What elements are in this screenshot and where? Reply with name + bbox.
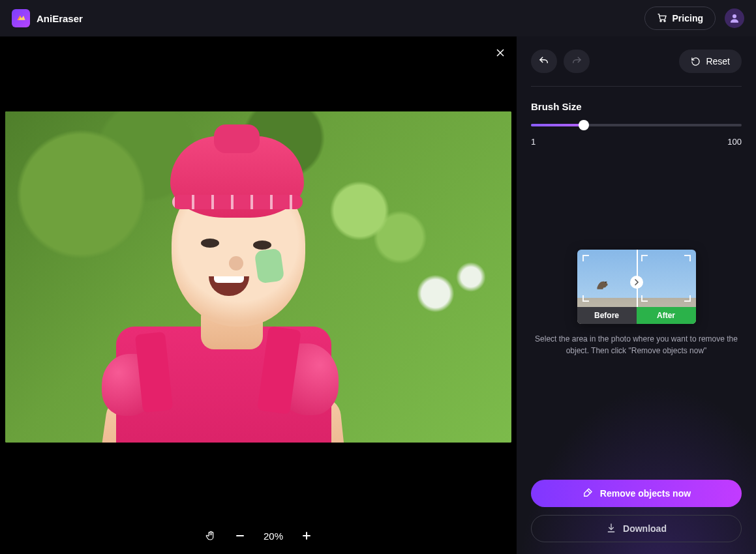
zoom-level: 20%	[264, 531, 283, 542]
app-name: AniEraser	[37, 13, 83, 24]
plus-icon	[301, 531, 312, 541]
pricing-button[interactable]: Pricing	[644, 7, 716, 30]
brush-size-min: 1	[531, 137, 536, 147]
editing-image[interactable]	[5, 111, 511, 443]
app-logo-icon	[12, 9, 30, 27]
pricing-label: Pricing	[673, 13, 703, 23]
reset-button[interactable]: Reset	[679, 50, 742, 73]
brush-size-slider-fill	[531, 124, 584, 126]
undo-button[interactable]	[531, 50, 557, 73]
brush-size-label: Brush Size	[531, 101, 742, 112]
canvas-viewport[interactable]	[0, 36, 517, 518]
canvas-toolbar: 20%	[0, 518, 517, 554]
before-after-demo: Before After	[577, 250, 696, 324]
svg-point-1	[663, 20, 665, 22]
help-text: Select the area in the photo where you w…	[532, 333, 741, 357]
zoom-in-button[interactable]	[301, 531, 312, 541]
brush-mark	[254, 248, 285, 284]
demo-after-label: After	[637, 307, 696, 324]
brush-size-max: 100	[727, 137, 742, 147]
download-icon	[606, 523, 616, 535]
redo-button[interactable]	[564, 50, 590, 73]
user-avatar[interactable]	[725, 8, 744, 28]
demo-section: Before After Select the area in the phot…	[531, 250, 742, 357]
panel-top: Reset	[531, 50, 742, 87]
hand-icon	[205, 530, 217, 542]
action-buttons: Remove objects now Download	[531, 480, 742, 542]
brush-size-section: Brush Size 1 100	[531, 87, 742, 147]
header-right: Pricing	[644, 7, 744, 30]
svg-point-2	[733, 14, 736, 18]
svg-point-0	[659, 20, 661, 22]
reset-label: Reset	[706, 56, 730, 66]
download-label: Download	[623, 523, 667, 534]
brand: AniEraser	[12, 9, 83, 27]
chevron-right-icon	[630, 276, 643, 289]
redo-icon	[571, 55, 582, 67]
undo-icon	[538, 55, 550, 67]
reset-icon	[691, 57, 701, 66]
download-button[interactable]: Download	[531, 515, 742, 542]
remove-objects-button[interactable]: Remove objects now	[531, 480, 742, 507]
brush-size-range: 1 100	[531, 137, 742, 147]
svg-point-3	[605, 281, 606, 282]
zoom-out-button[interactable]	[235, 531, 245, 541]
history-controls	[531, 50, 590, 73]
minus-icon	[235, 531, 245, 541]
side-panel: Reset Brush Size 1 100	[517, 36, 756, 554]
demo-before-label: Before	[577, 307, 637, 324]
remove-objects-label: Remove objects now	[600, 488, 691, 499]
app-header: AniEraser Pricing	[0, 0, 756, 36]
brush-icon	[582, 487, 594, 501]
close-icon[interactable]	[496, 48, 505, 60]
bird-icon	[594, 274, 611, 293]
cart-icon	[657, 12, 667, 25]
canvas-area: 20%	[0, 36, 517, 554]
brush-size-slider[interactable]	[531, 124, 742, 126]
pan-tool-button[interactable]	[205, 530, 217, 542]
main: 20% Reset Brush Size	[0, 36, 756, 554]
brush-size-slider-thumb[interactable]	[579, 120, 589, 130]
